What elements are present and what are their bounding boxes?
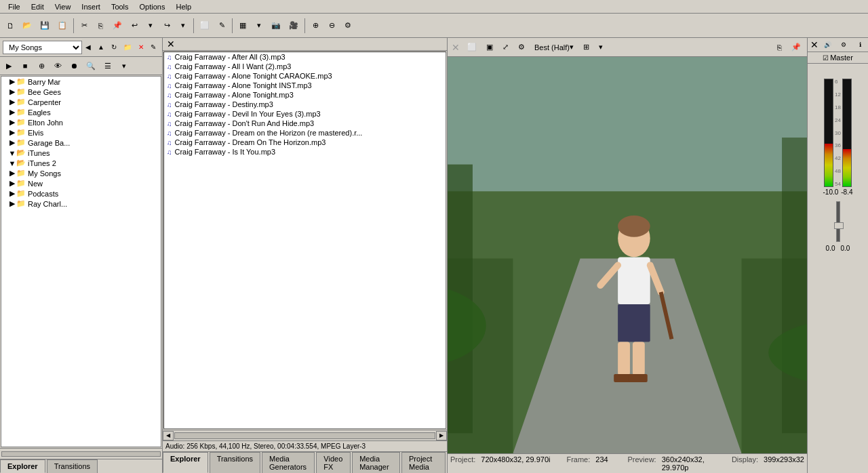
preview-fullscreen-btn[interactable]: ⤢ <box>499 40 512 55</box>
explorer-new-folder-btn[interactable]: 📁 <box>121 41 134 54</box>
file-list[interactable]: ♫ Craig Farraway - After All (3).mp3 ♫ C… <box>163 52 446 429</box>
scroll-right-btn[interactable]: ▶ <box>436 431 447 440</box>
record-button[interactable]: ⏺ <box>66 58 81 73</box>
explorer-rename-btn[interactable]: ✎ <box>148 41 159 54</box>
preview-settings-btn[interactable]: ⚙ <box>515 40 528 55</box>
autopreview-button[interactable]: 👁 <box>50 58 65 73</box>
folder-dropdown[interactable]: My Songs <box>3 41 82 54</box>
insert-button[interactable]: ⊕ <box>34 58 49 73</box>
file-item[interactable]: ♫ Craig Farraway - Alone Tonight.mp3 <box>164 90 446 100</box>
tree-item-elvis[interactable]: ▶ 📁 Elvis <box>1 127 161 138</box>
preview-close-btn[interactable]: ✕ <box>450 42 461 53</box>
file-item[interactable]: ♫ Craig Farraway - Don't Run And Hide.mp… <box>164 119 446 128</box>
tab-video-fx[interactable]: Video FX <box>316 452 351 473</box>
audio-info-btn[interactable]: ℹ <box>852 39 867 50</box>
explorer-refresh-btn[interactable]: ↻ <box>108 41 119 54</box>
save-as-button[interactable]: 📋 <box>54 18 71 33</box>
capture-button[interactable]: 📷 <box>268 18 284 33</box>
view-dropdown[interactable]: ▾ <box>117 58 132 73</box>
scroll-left-btn[interactable]: ◀ <box>163 431 174 440</box>
cut-button[interactable]: ✂ <box>77 18 92 33</box>
tree-item-podcasts[interactable]: ▶ 📁 Podcasts <box>1 188 161 199</box>
tree-item-itunes[interactable]: ▼ 📂 iTunes <box>1 148 161 158</box>
tab-explorer[interactable]: Explorer <box>0 459 45 473</box>
tab-project-media[interactable]: Project Media <box>401 452 446 473</box>
redo-dropdown[interactable]: ▾ <box>176 18 191 33</box>
tree-item-carpenter[interactable]: ▶ 📁 Carpenter <box>1 97 161 107</box>
open-button[interactable]: 📂 <box>19 18 35 33</box>
properties-button[interactable]: ⚙ <box>340 18 355 33</box>
undo-button[interactable]: ↩ <box>127 18 142 33</box>
tree-item-itunes2[interactable]: ▼ 📂 iTunes 2 <box>1 158 161 168</box>
file-item[interactable]: ♫ Craig Farraway - Alone Tonight CARAOKE… <box>164 71 446 81</box>
fader-handle[interactable] <box>834 222 844 229</box>
file-item[interactable]: ♫ Craig Farraway - Dream On The Horizon.… <box>164 138 446 147</box>
file-item[interactable]: ♫ Craig Farraway - Is It You.mp3 <box>164 147 446 157</box>
file-item[interactable]: ♫ Craig Farraway - Devil In Your Eyes (3… <box>164 109 446 119</box>
explorer-back-btn[interactable]: ◀ <box>83 41 94 54</box>
menu-edit[interactable]: Edit <box>26 1 50 12</box>
save-button[interactable]: 💾 <box>37 18 53 33</box>
tree-scrollbar-h[interactable] <box>0 448 162 459</box>
panel-close-button[interactable]: ✕ <box>165 39 176 49</box>
menu-tools[interactable]: Tools <box>106 1 134 12</box>
redo-button[interactable]: ↪ <box>159 18 174 33</box>
menu-help[interactable]: Help <box>170 1 197 12</box>
new-button[interactable]: 🗋 <box>3 18 18 33</box>
zoom-in-button[interactable]: ⊕ <box>308 18 323 33</box>
tree-item-eagles[interactable]: ▶ 📁 Eagles <box>1 107 161 117</box>
preview-window-btn[interactable]: ⬜ <box>464 40 480 55</box>
tree-item-new[interactable]: ▶ 📁 New <box>1 178 161 188</box>
search-button[interactable]: 🔍 <box>83 58 99 73</box>
tab-media-generators[interactable]: Media Generators <box>262 452 315 473</box>
file-item[interactable]: ♫ Craig Farraway - Destiny.mp3 <box>164 100 446 109</box>
file-item[interactable]: ♫ Craig Farraway - All I Want (2).mp3 <box>164 62 446 71</box>
select-button[interactable]: ⬜ <box>197 18 213 33</box>
tab-transitions[interactable]: Transitions <box>47 459 98 473</box>
preview-display-btn[interactable]: ▣ <box>483 40 496 55</box>
tree-item-garageba[interactable]: ▶ 📁 Garage Ba... <box>1 138 161 148</box>
render-button[interactable]: ▦ <box>235 18 250 33</box>
menu-view[interactable]: View <box>50 1 77 12</box>
tree-item-mysongs[interactable]: ▶ 📁 My Songs <box>1 168 161 178</box>
file-item[interactable]: ♫ Craig Farraway - Dream on the Horizon … <box>164 128 446 138</box>
file-item[interactable]: ♫ Craig Farraway - Alone Tonight INST.mp… <box>164 81 446 90</box>
menu-file[interactable]: File <box>3 1 26 12</box>
render-options[interactable]: ▾ <box>252 18 267 33</box>
tab-explorer2[interactable]: Explorer <box>163 452 208 473</box>
menu-insert[interactable]: Insert <box>76 1 106 12</box>
zoom-out-button[interactable]: ⊖ <box>324 18 339 33</box>
capture2-button[interactable]: 🎥 <box>285 18 302 33</box>
file-item[interactable]: ♫ Craig Farraway - After All (3).mp3 <box>164 52 446 62</box>
tree-item-label: Ray Charl... <box>28 200 67 208</box>
tree-item-beegees[interactable]: ▶ 📁 Bee Gees <box>1 87 161 97</box>
tree-item-barrymar[interactable]: ▶ 📁 Barry Mar <box>1 77 161 87</box>
paste-button[interactable]: 📌 <box>109 18 125 33</box>
tree-item-elton[interactable]: ▶ 📁 Elton John <box>1 117 161 127</box>
menubar: File Edit View Insert Tools Options Help <box>0 0 868 14</box>
tab-transitions2[interactable]: Transitions <box>210 452 260 473</box>
copy-button[interactable]: ⎘ <box>93 18 108 33</box>
tab-media-manager[interactable]: Media Manager <box>352 452 400 473</box>
master-fader[interactable] <box>836 201 840 242</box>
quality-dropdown-btn[interactable]: Best (Half) ▾ <box>531 40 577 55</box>
preview-copy-btn[interactable]: ⎘ <box>774 40 785 55</box>
explorer-up-btn[interactable]: ▲ <box>95 41 107 54</box>
explorer-delete-btn[interactable]: ✕ <box>136 41 146 54</box>
audio-settings-btn[interactable]: ⚙ <box>836 39 851 50</box>
undo-dropdown[interactable]: ▾ <box>143 18 158 33</box>
stop-button[interactable]: ■ <box>18 58 33 73</box>
preview-paste-btn[interactable]: 📌 <box>788 40 804 55</box>
view-options-button[interactable]: ☰ <box>100 58 115 73</box>
audio-vol-btn[interactable]: 🔊 <box>820 39 835 50</box>
play-button[interactable]: ▶ <box>1 58 16 73</box>
file-scrollbar-h[interactable]: ◀ ▶ <box>163 430 447 440</box>
menu-options[interactable]: Options <box>134 1 171 12</box>
preview-grid-options[interactable]: ▾ <box>595 40 606 55</box>
folder-tree[interactable]: ▶ 📁 Barry Mar ▶ 📁 Bee Gees ▶ 📁 Carpenter… <box>1 76 161 447</box>
audio-panel-close[interactable]: ✕ <box>809 39 820 50</box>
preview-grid-btn[interactable]: ⊞ <box>580 40 593 55</box>
edit-mode-button[interactable]: ✎ <box>214 18 229 33</box>
expand-icon: ▶ <box>8 179 16 188</box>
tree-item-raychapl[interactable]: ▶ 📁 Ray Charl... <box>1 199 161 209</box>
